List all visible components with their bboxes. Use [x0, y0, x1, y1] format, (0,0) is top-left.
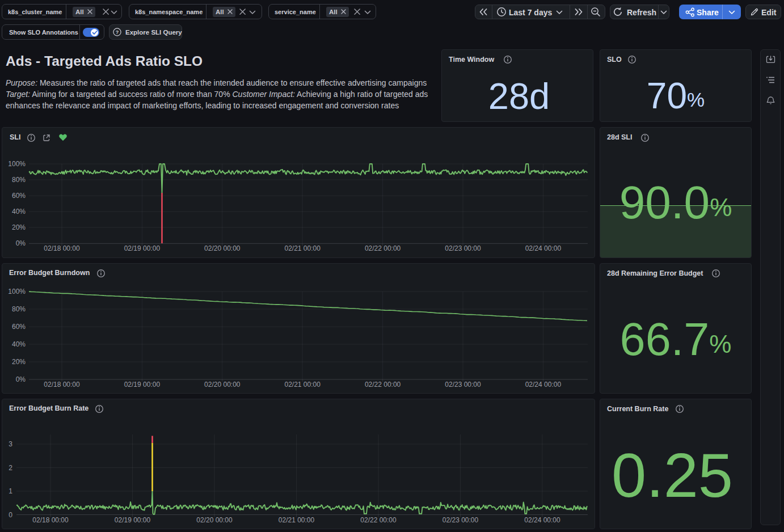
- svg-text:02/19 00:00: 02/19 00:00: [124, 381, 161, 389]
- svg-text:02/20 00:00: 02/20 00:00: [204, 381, 241, 389]
- svg-text:20%: 20%: [12, 223, 26, 231]
- svg-text:02/18 00:00: 02/18 00:00: [44, 381, 80, 389]
- svg-text:02/19 00:00: 02/19 00:00: [115, 516, 151, 524]
- svg-text:0: 0: [9, 511, 12, 519]
- svg-text:02/20 00:00: 02/20 00:00: [204, 244, 241, 252]
- svg-text:3: 3: [9, 440, 12, 448]
- svg-text:02/21 00:00: 02/21 00:00: [279, 516, 315, 524]
- svg-text:02/22 00:00: 02/22 00:00: [360, 516, 397, 524]
- svg-text:100%: 100%: [8, 160, 26, 168]
- svg-text:02/19 00:00: 02/19 00:00: [124, 244, 161, 252]
- svg-text:02/23 00:00: 02/23 00:00: [442, 516, 479, 524]
- svg-text:02/21 00:00: 02/21 00:00: [284, 381, 321, 389]
- svg-text:02/24 00:00: 02/24 00:00: [525, 381, 562, 389]
- svg-text:40%: 40%: [12, 208, 26, 216]
- svg-text:02/20 00:00: 02/20 00:00: [196, 516, 233, 524]
- svg-text:02/18 00:00: 02/18 00:00: [44, 244, 80, 252]
- svg-text:02/22 00:00: 02/22 00:00: [365, 381, 401, 389]
- svg-text:60%: 60%: [12, 323, 26, 331]
- svg-text:80%: 80%: [12, 305, 26, 313]
- svg-text:02/24 00:00: 02/24 00:00: [524, 516, 560, 524]
- svg-text:02/22 00:00: 02/22 00:00: [365, 244, 401, 252]
- svg-text:1: 1: [9, 487, 12, 495]
- svg-text:100%: 100%: [8, 288, 26, 295]
- svg-text:02/18 00:00: 02/18 00:00: [32, 516, 69, 524]
- svg-text:02/21 00:00: 02/21 00:00: [284, 244, 321, 252]
- svg-text:0%: 0%: [16, 375, 26, 383]
- svg-text:20%: 20%: [12, 358, 26, 366]
- svg-text:02/23 00:00: 02/23 00:00: [445, 381, 481, 389]
- svg-text:02/24 00:00: 02/24 00:00: [525, 244, 562, 252]
- svg-text:0%: 0%: [16, 239, 26, 247]
- svg-text:?: ?: [115, 29, 119, 35]
- svg-text:02/23 00:00: 02/23 00:00: [445, 244, 481, 252]
- svg-text:40%: 40%: [12, 340, 26, 348]
- svg-text:2: 2: [9, 464, 12, 472]
- svg-text:60%: 60%: [12, 192, 26, 200]
- svg-text:80%: 80%: [12, 176, 26, 184]
